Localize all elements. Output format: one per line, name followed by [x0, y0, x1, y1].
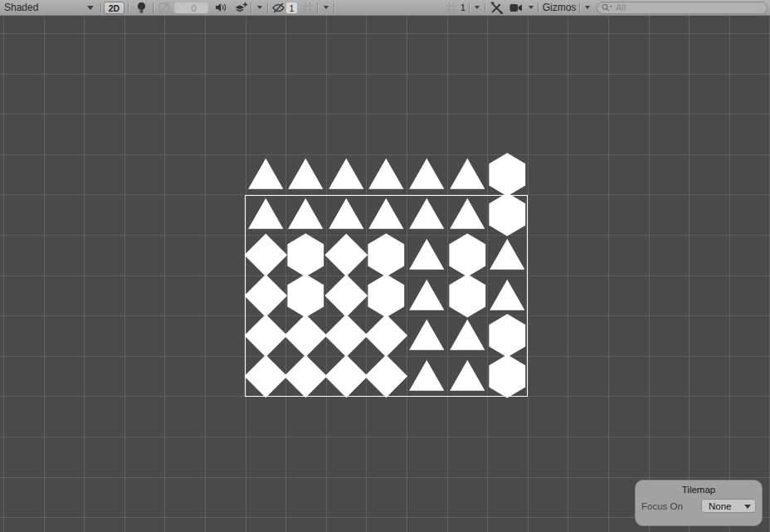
camera-icon	[509, 3, 523, 12]
tile-triangle[interactable]	[285, 154, 326, 195]
grid-snapping-dropdown-button[interactable]	[319, 0, 333, 15]
scene-search-input[interactable]	[597, 2, 768, 14]
draw-mode-label: Shaded	[4, 2, 38, 13]
focus-on-label: Focus On	[641, 501, 683, 511]
toolbar-separator	[100, 2, 101, 12]
scene-toolbar: Shaded 2D 0	[0, 0, 770, 16]
tile-diamond[interactable]	[326, 315, 367, 356]
gizmos-dropdown-button[interactable]	[581, 0, 594, 15]
tile-diamond[interactable]	[246, 315, 286, 356]
tile-triangle[interactable]	[447, 154, 488, 195]
tile-triangle[interactable]	[407, 194, 447, 235]
focus-on-value: None	[709, 501, 732, 511]
grid-visibility-button[interactable]	[444, 0, 459, 15]
overlays-tools-button[interactable]	[486, 0, 505, 15]
grid-opacity-value: 1	[459, 0, 467, 15]
tile-diamond[interactable]	[326, 235, 367, 276]
chevron-down-icon	[529, 6, 534, 9]
lighting-toggle-button[interactable]	[131, 0, 151, 15]
effects-toggle-button[interactable]	[232, 0, 251, 15]
chevron-down-icon	[87, 6, 94, 10]
tile-hexagon[interactable]	[285, 276, 326, 316]
toolbar-separator	[267, 2, 268, 12]
exposure-value-field[interactable]: 0	[174, 2, 208, 13]
tile-triangle[interactable]	[407, 235, 447, 276]
tile-diamond[interactable]	[366, 315, 407, 356]
toolbar-separator	[485, 2, 485, 12]
toolbar-separator	[579, 2, 580, 12]
chevron-down-icon	[744, 505, 751, 509]
chevron-down-icon	[585, 6, 590, 9]
tile-hexagon[interactable]	[487, 315, 528, 356]
tile-hexagon[interactable]	[366, 276, 407, 316]
tile-diamond[interactable]	[285, 315, 326, 356]
camera-settings-button[interactable]	[507, 0, 524, 15]
tile-diamond[interactable]	[246, 235, 286, 276]
chevron-down-icon	[475, 6, 480, 9]
toolbar-separator	[469, 2, 470, 12]
tile-triangle[interactable]	[447, 194, 488, 235]
hidden-count-value: 1	[289, 3, 294, 13]
audio-toggle-button[interactable]	[211, 0, 231, 15]
tile-diamond[interactable]	[366, 356, 407, 397]
toolbar-separator	[128, 2, 129, 12]
gizmos-button[interactable]: Gizmos	[540, 0, 578, 15]
toolbar-separator	[538, 2, 539, 12]
tilemap-overlay-panel: Tilemap Focus On None	[635, 480, 763, 526]
gizmos-label: Gizmos	[543, 2, 577, 13]
hidden-objects-count: 1	[286, 2, 297, 13]
tile-triangle[interactable]	[246, 194, 286, 235]
tile-triangle[interactable]	[285, 194, 326, 235]
tile-triangle[interactable]	[487, 276, 528, 316]
tile-hexagon[interactable]	[487, 154, 528, 195]
tile-hexagon[interactable]	[447, 276, 488, 316]
grid-dropdown-button[interactable]	[470, 0, 484, 15]
tile-hexagon[interactable]	[487, 356, 528, 397]
exposure-button[interactable]	[156, 0, 173, 15]
focus-on-dropdown[interactable]: None	[701, 499, 756, 513]
tile-diamond[interactable]	[326, 276, 367, 316]
tile-triangle[interactable]	[407, 276, 447, 316]
panel-title: Tilemap	[636, 481, 762, 495]
tile-diamond[interactable]	[285, 356, 326, 397]
tile-triangle[interactable]	[447, 356, 488, 397]
tile-hexagon[interactable]	[366, 235, 407, 276]
tile-diamond[interactable]	[326, 356, 367, 397]
grid-snap-icon	[302, 2, 314, 13]
tile-triangle[interactable]	[366, 194, 407, 235]
2d-toggle-button[interactable]: 2D	[104, 2, 124, 14]
tile-hexagon[interactable]	[285, 235, 326, 276]
toolbar-separator	[334, 2, 334, 12]
tile-hexagon[interactable]	[487, 194, 528, 235]
tile-diamond[interactable]	[246, 356, 286, 397]
effects-icon	[235, 2, 249, 13]
focus-on-row: Focus On None	[636, 495, 762, 513]
grid-snapping-button[interactable]	[300, 0, 315, 15]
scene-visibility-button[interactable]	[270, 0, 286, 15]
eye-off-icon	[271, 2, 285, 13]
toolbar-separator	[317, 2, 318, 12]
tile-triangle[interactable]	[366, 154, 407, 195]
tile-triangle[interactable]	[487, 235, 528, 276]
tile-hexagon[interactable]	[447, 235, 488, 276]
tile-triangle[interactable]	[326, 154, 367, 195]
exposure-icon	[158, 2, 170, 13]
grid-icon	[446, 2, 457, 13]
draw-mode-dropdown[interactable]: Shaded	[0, 0, 100, 15]
effects-dropdown-button[interactable]	[252, 0, 266, 15]
camera-dropdown-button[interactable]	[524, 0, 537, 15]
unity-scene-view-window: Shaded 2D 0	[0, 0, 770, 532]
grid-value: 1	[461, 2, 465, 12]
tile-triangle[interactable]	[447, 315, 488, 356]
toolbar-separator	[153, 2, 154, 12]
scene-viewport[interactable]: Tilemap Focus On None	[0, 16, 770, 532]
tile-triangle[interactable]	[326, 194, 367, 235]
tile-triangle[interactable]	[407, 315, 447, 356]
lightbulb-icon	[136, 2, 147, 14]
2d-label: 2D	[109, 3, 119, 13]
tile-diamond[interactable]	[246, 276, 286, 316]
tile-triangle[interactable]	[407, 154, 447, 195]
tilemap-tiles	[246, 154, 528, 397]
tile-triangle[interactable]	[246, 154, 286, 195]
tile-triangle[interactable]	[407, 356, 447, 397]
